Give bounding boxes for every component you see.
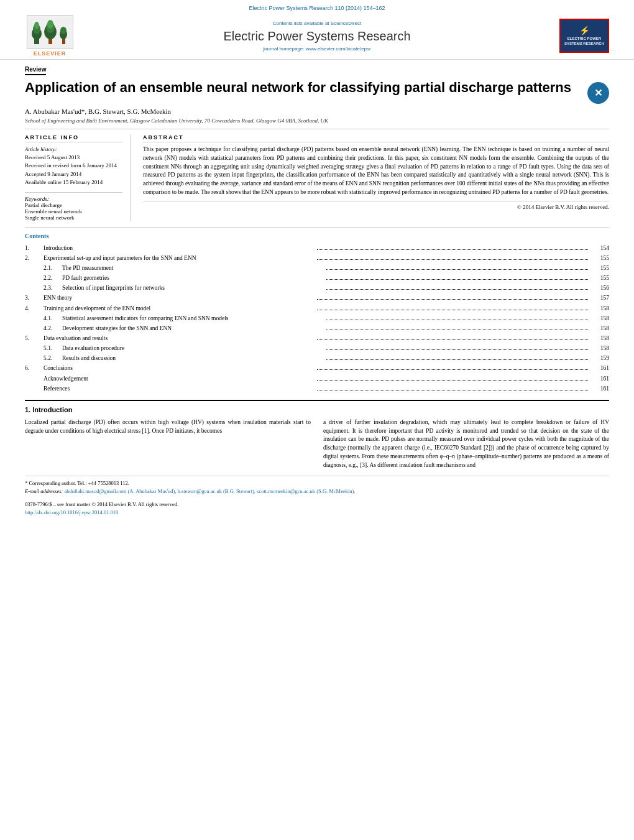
article-info-col: ARTICLE INFO Article history: Received 5…: [25, 134, 131, 221]
keyword-2: Ensemble neural network: [25, 208, 122, 215]
article-affiliation: School of Engineering and Built Environm…: [25, 118, 609, 124]
keywords-section: Keywords: Partial discharge Ensemble neu…: [25, 196, 122, 221]
article-content: Review Application of an ensemble neural…: [0, 60, 634, 516]
doi-info: http://dx.doi.org/10.1016/j.epsr.2014.01…: [25, 509, 609, 517]
journal-header: Electric Power Systems Research 110 (201…: [0, 0, 634, 60]
journal-title-center: Contents lists available at ScienceDirec…: [75, 21, 559, 52]
article-title: Application of an ensemble neural networ…: [25, 79, 587, 96]
crossmark-badge: ✕: [587, 82, 609, 104]
corresponding-footnote: * Corresponding author. Tel.: +44 755280…: [25, 479, 609, 487]
intro-body: Localized partial discharge (PD) often o…: [25, 418, 609, 470]
article-authors: A. Abubakar Mas'ud*, B.G. Stewart, S.G. …: [25, 108, 609, 115]
article-type: Review: [25, 66, 46, 75]
journal-logo-right: ⚡ ELECTRIC POWER SYSTEMS RESEARCH: [559, 19, 609, 53]
article-info-abstract: ARTICLE INFO Article history: Received 5…: [25, 129, 609, 221]
elsevier-brand-text: ELSEVIER: [34, 50, 67, 57]
svg-point-10: [60, 27, 67, 34]
toc-item-2-3: 2.3. Selection of input fingerprints for…: [25, 283, 609, 293]
abstract-col: ABSTRACT This paper proposes a technique…: [143, 134, 609, 221]
toc-item-ref: References 161: [25, 384, 609, 394]
svg-point-3: [34, 22, 39, 29]
contents-table: 1. Introduction 154 2. Experimental set-…: [25, 243, 609, 394]
article-title-section: Application of an ensemble neural networ…: [25, 79, 609, 104]
email-footnote: E-mail addresses: abdullahi.masud@gmail.…: [25, 487, 609, 496]
toc-item-4: 4. Training and development of the ENN m…: [25, 303, 609, 313]
toc-item-4-2: 4.2. Development strategies for the SNN …: [25, 323, 609, 333]
article-history: Article history: Received 5 August 2013 …: [25, 145, 122, 187]
toc-item-5-2: 5.2. Results and discussion 159: [25, 353, 609, 363]
toc-item-2: 2. Experimental set-up and input paramet…: [25, 253, 609, 263]
toc-item-2-2: 2.2. PD fault geometries 155: [25, 273, 609, 283]
contents-title: Contents: [25, 233, 609, 239]
abstract-title: ABSTRACT: [143, 134, 609, 142]
sciencedirect-link[interactable]: Contents lists available at ScienceDirec…: [87, 21, 547, 26]
abstract-text: This paper proposes a technique for clas…: [143, 145, 609, 197]
keyword-1: Partial discharge: [25, 202, 122, 208]
contents-section: Contents 1. Introduction 154 2. Experime…: [25, 227, 609, 394]
toc-item-3: 3. ENN theory 157: [25, 293, 609, 303]
bottom-info: 0378-7796/$ – see front matter © 2014 El…: [25, 501, 609, 517]
section-divider: [25, 400, 609, 401]
copyright-notice: © 2014 Elsevier B.V. All rights reserved…: [143, 201, 609, 210]
keyword-3: Single neural network: [25, 215, 122, 221]
toc-item-4-1: 4.1. Statistical assessment indicators f…: [25, 313, 609, 323]
intro-section-title: 1. Introduction: [25, 406, 609, 413]
intro-col2: a driver of further insulation degradati…: [323, 418, 609, 470]
elsevier-logo: ELSEVIER: [25, 15, 75, 57]
toc-item-6: 6. Conclusions 161: [25, 363, 609, 373]
intro-col1: Localized partial discharge (PD) often o…: [25, 418, 311, 470]
article-info-title: ARTICLE INFO: [25, 134, 122, 142]
journal-citation: Electric Power Systems Research 110 (201…: [25, 5, 609, 11]
toc-item-2-1: 2.1. The PD measurement 155: [25, 263, 609, 273]
toc-item-ack: Acknowledgement 161: [25, 374, 609, 384]
journal-main-title: Electric Power Systems Research: [87, 29, 547, 44]
page: Electric Power Systems Research 110 (201…: [0, 0, 634, 840]
toc-item-5-1: 5.1. Data evaluation procedure 158: [25, 343, 609, 353]
footnote-section: * Corresponding author. Tel.: +44 755280…: [25, 476, 609, 496]
toc-item-5: 5. Data evaluation and results 158: [25, 333, 609, 343]
svg-point-7: [47, 20, 53, 29]
toc-item-1: 1. Introduction 154: [25, 243, 609, 253]
issn-info: 0378-7796/$ – see front matter © 2014 El…: [25, 501, 609, 509]
journal-homepage: journal homepage: www.elsevier.com/locat…: [87, 46, 547, 52]
introduction-section: 1. Introduction Localized partial discha…: [25, 406, 609, 470]
